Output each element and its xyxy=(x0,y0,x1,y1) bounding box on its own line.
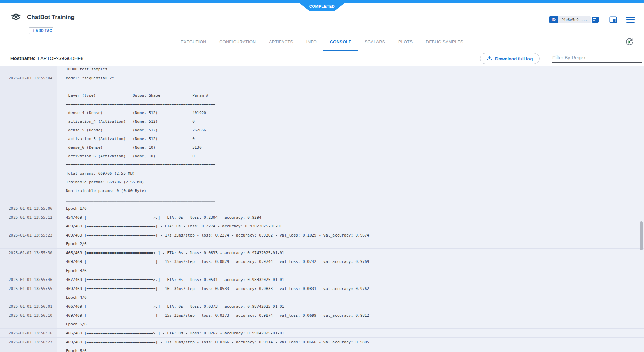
log-line: ========================================… xyxy=(66,161,644,169)
experiment-id-chip[interactable]: ID f4e6e5e9 ... xyxy=(549,16,591,23)
log-timestamp: 2025-01-01 13:55:12 xyxy=(0,213,57,231)
tab-scalars[interactable]: SCALARS xyxy=(358,34,392,51)
tab-artifacts[interactable]: ARTIFACTS xyxy=(262,34,299,51)
log-line: activation_4 (Activation) (None, 512) 0 xyxy=(66,117,644,126)
log-line: Epoch 6/6 xyxy=(66,346,644,352)
log-line: Total params: 669706 (2.55 MB) xyxy=(66,169,644,178)
log-lines: 454/469 [=============================>.… xyxy=(57,213,644,231)
hamburger-menu-icon[interactable] xyxy=(626,16,635,24)
log-lines: 469/469 [==============================]… xyxy=(57,284,644,302)
id-label: ID xyxy=(549,16,558,23)
log-line: Epoch 5/6 xyxy=(66,320,644,328)
comments-icon[interactable] xyxy=(591,16,599,24)
log-timestamp xyxy=(0,266,57,275)
log-line: Epoch 4/6 xyxy=(66,293,644,302)
hostname: Hostname:LAPTOP-S9G6DHF8 xyxy=(10,55,83,61)
log-line: 10000 test samples xyxy=(66,66,644,74)
log-timestamp: 2025-01-01 13:56:10 xyxy=(0,311,57,328)
log-block: 10000 test samples xyxy=(0,66,644,74)
log-block: 2025-01-01 13:55:04Model: "sequential_2"… xyxy=(0,74,644,204)
tab-execution[interactable]: EXECUTION xyxy=(174,34,213,51)
log-line: 467/469 [=============================>.… xyxy=(66,275,644,284)
log-line: dense_5 (Dense) (None, 512) 262656 xyxy=(66,126,644,135)
log-line: 469/469 [==============================]… xyxy=(66,338,644,346)
log-line: Layer (type) Output Shape Param # xyxy=(66,91,644,100)
hostname-value: LAPTOP-S9G6DHF8 xyxy=(37,55,83,61)
log-line: Epoch 2/6 xyxy=(66,240,644,248)
log-line: 469/469 [==============================]… xyxy=(66,311,644,320)
auto-refresh-icon[interactable] xyxy=(625,37,634,47)
log-timestamp: 2025-01-01 13:55:04 xyxy=(0,74,57,204)
vertical-scrollbar-thumb[interactable] xyxy=(640,221,643,250)
log-block-container: 10000 test samples2025-01-01 13:55:04Mod… xyxy=(0,66,644,352)
log-line: 466/469 [=============================>.… xyxy=(66,249,644,257)
log-block: 2025-01-01 13:55:30466/469 [============… xyxy=(0,249,644,266)
log-lines: 469/469 [==============================]… xyxy=(57,231,644,248)
tab-console[interactable]: CONSOLE xyxy=(323,34,358,51)
log-lines: 469/469 [==============================]… xyxy=(57,338,644,352)
log-line: 469/469 [==============================]… xyxy=(66,284,644,293)
experiment-type-icon xyxy=(10,12,22,24)
experiment-detail-page: COMPLETED ChatBot Training + ADD TAG ID … xyxy=(0,0,644,352)
log-timestamp: 2025-01-01 13:55:30 xyxy=(0,249,57,266)
side-panel-icon[interactable] xyxy=(609,16,617,24)
log-timestamp: 2025-01-01 13:55:23 xyxy=(0,231,57,248)
add-tag-button[interactable]: + ADD TAG xyxy=(29,27,53,34)
log-lines: 466/469 [=============================>.… xyxy=(57,302,644,311)
log-block: Epoch 3/6 xyxy=(0,266,644,275)
log-timestamp: 2025-01-01 13:55:55 xyxy=(0,284,57,302)
log-line: 466/469 [=============================>.… xyxy=(66,302,644,311)
log-line: Model: "sequential_2" xyxy=(66,74,644,83)
console-toolbar: Hostname:LAPTOP-S9G6DHF8 Download full l… xyxy=(0,51,644,66)
log-line: 466/469 [=============================>.… xyxy=(66,329,644,337)
log-timestamp: 2025-01-01 13:55:46 xyxy=(0,275,57,284)
log-lines: Model: "sequential_2"___________________… xyxy=(57,74,644,204)
log-line: 469/469 [==============================]… xyxy=(66,231,644,240)
log-timestamp xyxy=(0,66,57,74)
log-lines: 467/469 [=============================>.… xyxy=(57,275,644,284)
log-block: 2025-01-01 13:55:06Epoch 1/6 xyxy=(0,204,644,213)
log-lines: 466/469 [=============================>.… xyxy=(57,249,644,266)
status-color-bar xyxy=(0,0,644,3)
log-timestamp: 2025-01-01 13:56:16 xyxy=(0,329,57,337)
log-block: 2025-01-01 13:55:55469/469 [============… xyxy=(0,284,644,302)
log-block: 2025-01-01 13:55:12454/469 [============… xyxy=(0,213,644,231)
log-block: 2025-01-01 13:56:10469/469 [============… xyxy=(0,311,644,329)
log-line: 454/469 [=============================>.… xyxy=(66,213,644,222)
log-lines: 10000 test samples xyxy=(57,66,644,74)
tab-debug-samples[interactable]: DEBUG SAMPLES xyxy=(419,34,470,51)
log-line: Epoch 1/6 xyxy=(66,204,644,213)
download-full-log-button[interactable]: Download full log xyxy=(480,53,540,64)
log-timestamp: 2025-01-01 13:55:06 xyxy=(0,204,57,213)
log-line: dense_6 (Dense) (None, 10) 5130 xyxy=(66,143,644,152)
log-lines: 466/469 [=============================>.… xyxy=(57,329,644,337)
log-line: 469/469 [==============================]… xyxy=(66,257,644,266)
console-log: 10000 test samples2025-01-01 13:55:04Mod… xyxy=(0,66,644,352)
log-lines: Epoch 3/6 xyxy=(57,266,644,275)
log-line: dense_4 (Dense) (None, 512) 401920 xyxy=(66,109,644,117)
tab-bar: EXECUTIONCONFIGURATIONARTIFACTSINFOCONSO… xyxy=(174,34,470,51)
log-line: Epoch 3/6 xyxy=(66,266,644,275)
download-icon xyxy=(487,55,492,62)
filter-regex-input[interactable] xyxy=(552,53,642,63)
log-timestamp: 2025-01-01 13:56:01 xyxy=(0,302,57,311)
tab-info[interactable]: INFO xyxy=(300,34,323,51)
log-line: Trainable params: 669706 (2.55 MB) xyxy=(66,178,644,187)
log-line: activation_5 (Activation) (None, 512) 0 xyxy=(66,135,644,143)
log-timestamp: 2025-01-01 13:56:27 xyxy=(0,338,57,352)
tab-configuration[interactable]: CONFIGURATION xyxy=(213,34,262,51)
log-line: ________________________________________… xyxy=(66,195,644,204)
log-block: 2025-01-01 13:56:27469/469 [============… xyxy=(0,338,644,352)
page-title: ChatBot Training xyxy=(27,14,75,21)
log-lines: 469/469 [==============================]… xyxy=(57,311,644,328)
log-line: 469/469 [==============================]… xyxy=(66,222,644,231)
tab-plots[interactable]: PLOTS xyxy=(392,34,419,51)
log-line: Non-trainable params: 0 (0.00 Byte) xyxy=(66,187,644,195)
add-tag-label: + ADD TAG xyxy=(33,29,52,33)
download-label: Download full log xyxy=(495,56,533,61)
hostname-label: Hostname: xyxy=(10,55,35,61)
log-line: ========================================… xyxy=(66,100,644,109)
log-lines: Epoch 1/6 xyxy=(57,204,644,213)
log-block: 2025-01-01 13:56:01466/469 [============… xyxy=(0,302,644,311)
log-block: 2025-01-01 13:56:16466/469 [============… xyxy=(0,329,644,338)
